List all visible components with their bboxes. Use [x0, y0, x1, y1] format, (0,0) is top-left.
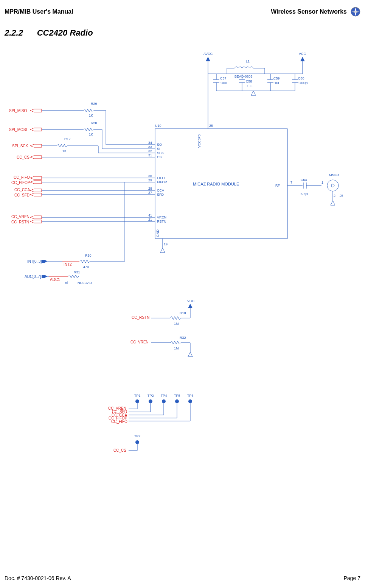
svg-point-153: [149, 399, 152, 403]
svg-text:30: 30: [148, 174, 152, 178]
svg-text:1K: 1K: [62, 149, 67, 153]
mmcx-label: MMCX: [329, 173, 340, 177]
pins-ctrl-group: VREN RSTN 41 21: [148, 214, 166, 223]
svg-text:NOLOAD: NOLOAD: [78, 281, 92, 285]
svg-text:SPI_MOSI: SPI_MOSI: [9, 128, 27, 132]
svg-point-156: [188, 399, 192, 403]
svg-text:470: 470: [83, 265, 89, 269]
compass-logo-icon: [351, 7, 360, 17]
svg-text:34: 34: [148, 141, 152, 145]
l1-val: BEAD-0805: [234, 75, 253, 78]
offpage-spi: SPI_MISO SPI_MOSI SPI_SCK CC_CS: [9, 109, 42, 159]
svg-text:1000pF: 1000pF: [298, 81, 310, 85]
section-number: 2.2.2: [5, 28, 23, 37]
svg-text:ADC1: ADC1: [50, 278, 60, 282]
svg-text:1K: 1K: [89, 114, 93, 117]
footer-page-number: Page 7: [344, 575, 360, 581]
l1-ref: L1: [246, 59, 250, 63]
svg-text:TP6: TP6: [187, 394, 194, 398]
svg-text:1K: 1K: [89, 133, 93, 136]
svg-marker-95: [30, 156, 42, 159]
svg-text:SFD: SFD: [157, 193, 164, 197]
svg-text:1: 1: [321, 181, 323, 184]
pin-rf-name: RF: [275, 184, 280, 187]
schematic-diagram: AVCC VCC L1 BEAD-0805 C57 10uF C58 .1uF …: [8, 42, 363, 458]
svg-marker-125: [42, 275, 47, 278]
svg-text:TP7: TP7: [134, 434, 141, 438]
module-name: MICAZ RADIO MODULE: [193, 182, 239, 186]
svg-text:ADC[0..7]: ADC[0..7]: [25, 275, 41, 279]
adc-bus: ADC[0..7] ADC1 R31 NOLOAD ni: [25, 270, 92, 285]
svg-text:CC_CCA: CC_CCA: [14, 188, 30, 192]
svg-text:TP4: TP4: [161, 394, 167, 398]
module-gnd-icon: [160, 248, 165, 253]
svg-text:RSTN: RSTN: [157, 220, 166, 223]
svg-text:CC_FIFOP: CC_FIFOP: [11, 181, 30, 185]
svg-text:SI: SI: [157, 147, 160, 151]
j5-ref: J5: [340, 194, 343, 198]
pins-fifo-group: FIFO FIFOP CCA SFD 30 29 28 27: [148, 174, 167, 197]
svg-text:10uF: 10uF: [220, 81, 228, 85]
svg-marker-133: [188, 304, 192, 308]
vcc-power-icon: [300, 57, 305, 61]
svg-text:R10: R10: [180, 311, 186, 315]
resistor-r29: R29 1K: [42, 102, 106, 119]
cap-c64: C64 5.6pF: [301, 178, 321, 196]
pins-spi-group: SO SI SCK CS 34 33 32 31: [148, 141, 164, 159]
svg-text:2: 2: [334, 194, 335, 198]
svg-point-154: [162, 399, 166, 403]
svg-text:R12: R12: [64, 137, 71, 141]
svg-text:SPI_SCK: SPI_SCK: [12, 144, 28, 148]
svg-point-173: [135, 440, 139, 444]
page-footer: Doc. # 7430-0021-06 Rev. A Page 7: [5, 575, 360, 581]
svg-text:FIFO: FIFO: [157, 176, 165, 180]
svg-text:C60: C60: [298, 76, 304, 80]
svg-marker-111: [30, 216, 42, 219]
svg-text:CC_RSTN: CC_RSTN: [11, 220, 29, 224]
svg-text:FIFOP: FIFOP: [157, 180, 167, 184]
svg-text:INT[0..3]: INT[0..3]: [27, 259, 42, 264]
svg-text:R29: R29: [91, 102, 97, 106]
page-header: MPR/MIB User's Manual Wireless Sensor Ne…: [0, 0, 371, 17]
section-title: CC2420 Radio: [37, 28, 93, 37]
svg-text:1M: 1M: [174, 346, 179, 350]
svg-text:R28: R28: [91, 121, 97, 125]
mmcx-connector-icon: [327, 180, 338, 191]
svg-text:TP1: TP1: [134, 394, 141, 398]
svg-text:R30: R30: [85, 254, 92, 257]
svg-marker-103: [30, 181, 42, 184]
svg-point-152: [135, 399, 139, 403]
svg-text:C58: C58: [246, 80, 252, 83]
gnd-icon: [251, 91, 256, 95]
svg-text:32: 32: [148, 149, 152, 153]
pullup-cc-vren: R32 1M CC_VREN: [130, 336, 192, 357]
svg-marker-144: [188, 352, 192, 357]
svg-marker-91: [30, 128, 42, 131]
section-heading: 2.2.2 CC2420 Radio: [5, 28, 371, 38]
svg-text:31: 31: [148, 153, 152, 157]
svg-text:CC_CS: CC_CS: [17, 155, 29, 159]
svg-marker-113: [30, 220, 42, 223]
testpoints-row1: TP1 TP2 TP4 TP5 TP6 CC_VREN CC_SFD CC_CC…: [108, 394, 194, 424]
svg-point-43: [331, 184, 334, 187]
svg-marker-105: [30, 189, 42, 192]
module-ref: U10: [155, 124, 161, 128]
header-manual-title: MPR/MIB User's Manual: [5, 8, 73, 15]
header-network-title: Wireless Sensor Networks: [271, 8, 347, 15]
svg-text:CC_SFD: CC_SFD: [14, 193, 29, 197]
svg-text:33: 33: [148, 145, 152, 149]
svg-text:CC_CS: CC_CS: [113, 448, 126, 452]
svg-text:CC_FIFO: CC_FIFO: [14, 175, 30, 179]
svg-text:.1uF: .1uF: [273, 81, 281, 85]
svg-text:5.6pF: 5.6pF: [301, 192, 310, 196]
int-bus: INT[0..3] INT2 R30 470: [27, 254, 125, 269]
svg-text:C57: C57: [220, 76, 227, 80]
svg-text:CC_FIFO: CC_FIFO: [111, 420, 127, 424]
resistor-r12: R12 1K: [42, 137, 98, 153]
svg-text:CC_VREN: CC_VREN: [11, 215, 29, 219]
svg-point-155: [175, 399, 179, 403]
svg-text:C59: C59: [273, 76, 280, 80]
offpage-fifo: CC_FIFO CC_FIFOP CC_CCA CC_SFD: [11, 175, 42, 197]
pin-rf-num: 7: [290, 181, 292, 184]
pin19-name: GND: [156, 229, 160, 237]
